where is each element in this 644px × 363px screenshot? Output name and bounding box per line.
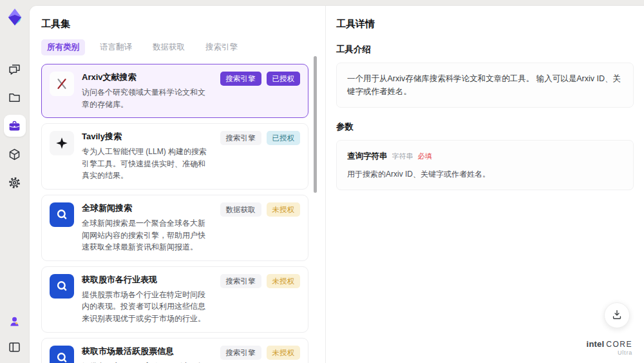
arxiv-icon [50,72,74,96]
tool-name: 获取股市各行业表现 [82,274,210,286]
tool-desc: 提供股票市场各个行业在特定时间段内的表现。投资者可以利用这些信息来识别表现优于或… [82,289,210,325]
tool-name: 全球新闻搜索 [82,202,210,214]
brand-sub: Ultra [587,350,632,357]
category-tabs: 所有类别语言翻译数据获取搜索引擎 [41,39,308,55]
tab-2[interactable]: 数据获取 [147,39,191,55]
tavily-star-icon [50,131,74,155]
tool-detail-panel: 工具详情 工具介绍 一个用于从Arxiv存储库搜索科学论文和文章的工具。 输入可… [326,6,644,363]
tab-3[interactable]: 搜索引擎 [200,39,243,55]
brand-intel: intel [587,340,605,349]
param-card: 查询字符串 字符串 必填 用于搜索的Arxiv ID、关键字或作者姓名。 [336,140,634,190]
tool-desc: 提供当天交易量最高的股票列表，投资者可以利用这些信息来识别流动性强的股票和潜在的… [82,360,210,363]
tool-desc: 全球新闻搜索是一个聚合全球各大新闻网站内容的搜索引擎，帮助用户快速获取全球最新资… [82,217,210,253]
tool-badges: 搜索引擎 未授权 [220,274,301,325]
param-required-badge: 必填 [418,151,432,162]
tool-category-badge: 搜索引擎 [220,274,261,288]
detail-title: 工具详情 [336,18,634,30]
tool-auth-badge: 未授权 [267,202,301,217]
user-avatar-icon[interactable] [4,310,26,332]
page-title: 工具集 [41,18,308,30]
nav-files-icon[interactable] [4,86,26,108]
tool-desc: 专为人工智能代理 (LLM) 构建的搜索引擎工具。可快速提供实时、准确和真实的结… [82,146,210,182]
tool-name: Arxiv文献搜索 [82,72,210,83]
tools-panel: 工具集 所有类别语言翻译数据获取搜索引擎 Arxiv文献搜索 访问各个研究领域大… [30,6,326,363]
nav-settings-icon[interactable] [4,172,26,193]
tool-badges: 数据获取 未授权 [220,202,301,253]
nav-models-icon[interactable] [4,143,26,165]
tool-card[interactable]: Arxiv文献搜索 访问各个研究领域大量科学论文和文章的存储库。 搜索引擎 已授… [41,64,308,118]
tool-category-badge: 搜索引擎 [220,346,261,360]
blue-search-icon [50,274,74,299]
scrollbar-thumb[interactable] [314,56,317,193]
download-icon [611,308,623,323]
app-root: 工具集 所有类别语言翻译数据获取搜索引擎 Arxiv文献搜索 访问各个研究领域大… [0,0,644,363]
sidebar-nav [4,58,26,193]
panel-toggle-icon[interactable] [4,336,26,358]
nav-chat-icon[interactable] [4,58,26,80]
tool-category-badge: 搜索引擎 [220,131,261,145]
tool-desc: 访问各个研究领域大量科学论文和文章的存储库。 [82,86,210,110]
tool-category-badge: 数据获取 [220,202,261,217]
tool-badges: 搜索引擎 已授权 [220,131,301,182]
params-heading: 参数 [336,121,634,133]
tool-list: Arxiv文献搜索 访问各个研究领域大量科学论文和文章的存储库。 搜索引擎 已授… [41,64,308,363]
main-content: 工具集 所有类别语言翻译数据获取搜索引擎 Arxiv文献搜索 访问各个研究领域大… [29,5,644,363]
tool-main: Tavily搜索 专为人工智能代理 (LLM) 构建的搜索引擎工具。可快速提供实… [82,131,210,182]
tab-0[interactable]: 所有类别 [41,39,85,55]
tool-auth-badge: 已授权 [267,131,301,145]
tab-1[interactable]: 语言翻译 [94,39,138,55]
intro-text: 一个用于从Arxiv存储库搜索科学论文和文章的工具。 输入可以是Arxiv ID… [336,63,634,108]
tool-main: 全球新闻搜索 全球新闻搜索是一个聚合全球各大新闻网站内容的搜索引擎，帮助用户快速… [82,202,210,253]
blue-search-icon [50,346,74,363]
tool-auth-badge: 未授权 [267,346,301,360]
tool-card[interactable]: 全球新闻搜索 全球新闻搜索是一个聚合全球各大新闻网站内容的搜索引擎，帮助用户快速… [41,195,308,261]
param-head: 查询字符串 字符串 必填 [347,150,623,162]
sidebar-bottom [4,310,26,363]
tool-main: 获取股市各行业表现 提供股票市场各个行业在特定时间段内的表现。投资者可以利用这些… [82,274,210,325]
download-button[interactable] [604,302,630,328]
tool-name: 获取市场最活跃股票信息 [82,346,210,357]
tool-badges: 搜索引擎 未授权 [220,346,301,363]
tool-card[interactable]: 获取市场最活跃股票信息 提供当天交易量最高的股票列表，投资者可以利用这些信息来识… [41,338,308,363]
intel-core-logo: intel CORE Ultra [587,340,632,357]
tool-badges: 搜索引擎 已授权 [220,72,301,110]
tool-card[interactable]: Tavily搜索 专为人工智能代理 (LLM) 构建的搜索引擎工具。可快速提供实… [41,123,308,190]
param-type: 字符串 [392,151,413,162]
tool-main: 获取市场最活跃股票信息 提供当天交易量最高的股票列表，投资者可以利用这些信息来识… [82,346,210,363]
tool-auth-badge: 已授权 [267,72,301,86]
tool-card[interactable]: 获取股市各行业表现 提供股票市场各个行业在特定时间段内的表现。投资者可以利用这些… [41,266,308,333]
blue-search-icon [50,202,74,227]
nav-tools-icon[interactable] [4,115,26,137]
sidebar [0,0,29,363]
tool-main: Arxiv文献搜索 访问各个研究领域大量科学论文和文章的存储库。 [82,72,210,110]
tool-auth-badge: 未授权 [267,274,301,288]
tool-category-badge: 搜索引擎 [220,72,261,86]
tool-name: Tavily搜索 [82,131,210,142]
param-name: 查询字符串 [347,150,388,162]
brand-core: CORE [606,340,632,349]
app-logo-icon [5,6,24,30]
intro-heading: 工具介绍 [336,44,634,55]
param-desc: 用于搜索的Arxiv ID、关键字或作者姓名。 [347,168,623,181]
